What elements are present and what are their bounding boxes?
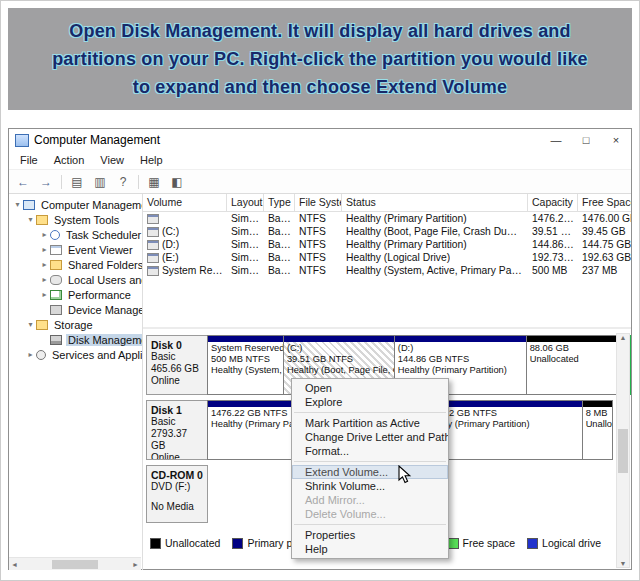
menu-item-mark-partition-as-active[interactable]: Mark Partition as Active — [292, 416, 448, 430]
column-header-type[interactable]: Type — [264, 194, 295, 211]
menu-item-extend-volume[interactable]: Extend Volume... — [292, 465, 448, 479]
tree-item-computer-management[interactable]: Computer Management (Local — [9, 197, 142, 212]
close-button[interactable]: × — [601, 129, 631, 151]
maximize-button[interactable]: □ — [571, 129, 601, 151]
scroll-down-arrow-icon[interactable]: ▼ — [620, 560, 627, 567]
column-header-layout[interactable]: Layout — [227, 194, 264, 211]
tree-item-shared-folders[interactable]: Shared Folders — [9, 257, 142, 272]
instruction-banner: Open Disk Management. It will display al… — [8, 8, 632, 110]
scrollbar-thumb[interactable] — [618, 429, 628, 473]
tree-item-label: Services and Applications — [50, 349, 142, 361]
tree-item-storage[interactable]: Storage — [9, 317, 142, 332]
chevron-expanded-icon[interactable] — [12, 200, 23, 209]
scroll-right-arrow-icon[interactable]: ► — [132, 561, 139, 568]
primary-partition-swatch-icon — [232, 538, 243, 549]
chevron-collapsed-icon[interactable] — [25, 350, 36, 359]
legend-unallocated: Unallocated — [150, 537, 220, 549]
disk-status: Online — [151, 452, 203, 460]
tree-item-task-scheduler[interactable]: Task Scheduler — [9, 227, 142, 242]
tree-item-performance[interactable]: Performance — [9, 287, 142, 302]
menu-item-shrink-volume[interactable]: Shrink Volume... — [292, 479, 448, 493]
scrollbar-thumb[interactable] — [52, 560, 98, 569]
tree-item-system-tools[interactable]: System Tools — [9, 212, 142, 227]
disk-1-label[interactable]: Disk 1 Basic 2793.37 GB Online — [146, 400, 208, 460]
volume-status: Healthy (Primary Partition) — [346, 213, 467, 224]
volume-name: System Reserved — [162, 265, 223, 276]
export-list-icon[interactable]: ▥ — [92, 175, 108, 189]
partition-unallocated[interactable]: 88.06 GB Unallocated — [526, 335, 631, 395]
menu-view[interactable]: View — [92, 152, 132, 168]
volume-status: Healthy (Logical Drive) — [346, 252, 450, 263]
partition-size: 88.06 GB — [530, 343, 627, 354]
chevron-collapsed-icon[interactable] — [39, 275, 50, 284]
console-tree: Computer Management (Local System Tools … — [9, 194, 143, 570]
tree-item-disk-management[interactable]: Disk Management — [9, 332, 142, 347]
menu-item-change-drive-letter[interactable]: Change Drive Letter and Paths... — [292, 430, 448, 444]
partition-system-reserved[interactable]: System Reserved 500 MB NTFS Healthy (Sys… — [207, 335, 284, 395]
chevron-expanded-icon[interactable] — [25, 215, 36, 224]
tree-item-event-viewer[interactable]: Event Viewer — [9, 242, 142, 257]
help-icon[interactable]: ? — [115, 175, 131, 189]
partition-disk1-unallocated[interactable]: 8 MB Unallocated — [582, 400, 613, 460]
context-menu: Open Explore Mark Partition as Active Ch… — [291, 378, 449, 559]
storage-icon — [36, 320, 48, 330]
minimize-button[interactable]: — — [541, 129, 571, 151]
volume-type: Basic — [268, 239, 291, 250]
volume-type: Basic — [268, 213, 291, 224]
menu-separator — [294, 524, 446, 525]
volume-row[interactable]: (D:) Simple Basic NTFS Healthy (Primary … — [143, 238, 631, 251]
volume-row[interactable]: System Reserved Simple Basic NTFS Health… — [143, 264, 631, 277]
chevron-collapsed-icon[interactable] — [39, 230, 50, 239]
partition-size: 39.51 GB NTFS — [287, 354, 391, 365]
menu-action[interactable]: Action — [46, 152, 93, 168]
menu-help[interactable]: Help — [132, 152, 171, 168]
column-header-volume[interactable]: Volume — [143, 194, 227, 211]
volume-row[interactable]: (C:) Simple Basic NTFS Healthy (Boot, Pa… — [143, 225, 631, 238]
volume-row[interactable]: Simple Basic NTFS Healthy (Primary Parti… — [143, 212, 631, 225]
menu-item-open[interactable]: Open — [292, 381, 448, 395]
show-console-tree-icon[interactable]: ▤ — [69, 175, 85, 189]
volume-list-header: Volume Layout Type File System Status Ca… — [143, 194, 631, 212]
disk-status: Online — [151, 375, 203, 387]
menu-item-explore[interactable]: Explore — [292, 395, 448, 409]
volume-status: Healthy (System, Active, Primary Partiti… — [346, 265, 524, 276]
disk-0-label[interactable]: Disk 0 Basic 465.66 GB Online — [146, 335, 208, 395]
menu-file[interactable]: File — [12, 152, 46, 168]
partition-name: System Reserved — [211, 343, 280, 354]
scroll-left-arrow-icon[interactable]: ◄ — [11, 561, 18, 568]
menu-item-properties[interactable]: Properties — [292, 528, 448, 542]
tree-item-label: Local Users and Groups — [66, 274, 142, 286]
forward-icon[interactable]: → — [38, 175, 54, 189]
partition-size: 144.86 GB NTFS — [398, 354, 523, 365]
tree-item-services-and-applications[interactable]: Services and Applications — [9, 347, 142, 362]
back-icon[interactable]: ← — [15, 175, 31, 189]
menu-item-format[interactable]: Format... — [292, 444, 448, 458]
chevron-collapsed-icon[interactable] — [39, 290, 50, 299]
scroll-up-arrow-icon[interactable]: ▲ — [620, 334, 627, 341]
volume-free: 144.75 GB — [582, 239, 631, 250]
logical-drive-swatch-icon — [527, 538, 538, 549]
free-space-swatch-icon — [448, 538, 459, 549]
tree-item-device-manager[interactable]: Device Manager — [9, 302, 142, 317]
column-header-capacity[interactable]: Capacity — [528, 194, 578, 211]
cdrom-label[interactable]: CD-ROM 0 DVD (F:) No Media — [146, 465, 208, 523]
banner-line: Open Disk Management. It will display al… — [69, 17, 571, 45]
column-header-status[interactable]: Status — [342, 194, 528, 211]
column-header-free-space[interactable]: Free Space — [578, 194, 631, 211]
volume-row[interactable]: (E:) Simple Basic NTFS Healthy (Logical … — [143, 251, 631, 264]
graphical-view-icon[interactable]: ◧ — [169, 175, 185, 189]
tree-horizontal-scrollbar[interactable]: ◄ ► — [9, 557, 141, 570]
chevron-collapsed-icon[interactable] — [39, 245, 50, 254]
toolbar-separator — [61, 175, 62, 189]
vertical-scrollbar[interactable]: ▲ ▼ — [616, 333, 630, 568]
chevron-expanded-icon[interactable] — [25, 320, 36, 329]
disk-name: Disk 1 — [151, 404, 203, 416]
title-bar: Computer Management — □ × — [9, 129, 631, 151]
volume-list: Volume Layout Type File System Status Ca… — [143, 194, 631, 329]
chevron-collapsed-icon[interactable] — [39, 260, 50, 269]
tree-item-local-users-and-groups[interactable]: Local Users and Groups — [9, 272, 142, 287]
volume-free: 192.63 GB — [582, 252, 631, 263]
column-header-file-system[interactable]: File System — [295, 194, 342, 211]
disk-list-view-icon[interactable]: ▦ — [146, 175, 162, 189]
menu-item-help[interactable]: Help — [292, 542, 448, 556]
